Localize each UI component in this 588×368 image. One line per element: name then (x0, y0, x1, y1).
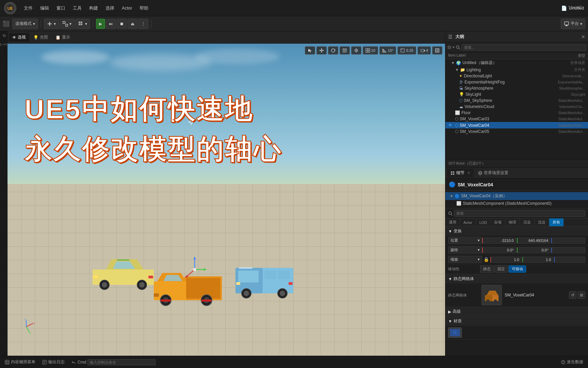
tree-item-skylight[interactable]: 💡 SkyLight SkyLight (445, 91, 588, 97)
tab-world-settings[interactable]: 世界场景设置 (474, 169, 512, 177)
tree-item-world[interactable]: ▼ 🌍 Untitled（编辑器） 世界场景 (445, 59, 588, 66)
tree-item-car04[interactable]: 👁 ⬡ SM_VoxelCar04 StaticMeshAct... (445, 122, 588, 128)
play-button[interactable]: ▶ (96, 19, 105, 29)
position-z-field[interactable] (551, 237, 585, 244)
comp-staticmesh[interactable]: ⬜ StaticMeshComponent (StaticMeshCompone… (445, 200, 588, 207)
derive-data-btn[interactable]: 派生数据 (559, 358, 585, 366)
tree-arrow-lighting[interactable]: ▼ (455, 67, 459, 72)
menu-help[interactable]: 帮助 (136, 4, 152, 13)
mesh-reset-btn[interactable]: ↺ (569, 291, 576, 299)
tab-display[interactable]: 📋 显示 (52, 33, 74, 42)
filter-icon[interactable]: ⊟ (447, 45, 451, 50)
advanced-section-header[interactable]: 高级 (445, 307, 588, 316)
scale-y-field[interactable]: 1.0 (522, 257, 554, 263)
grid-size-display[interactable]: 10 (363, 46, 378, 55)
menu-build[interactable]: 构建 (86, 4, 101, 13)
cat-tab-misc[interactable]: 杂项 (491, 218, 505, 226)
cat-tab-all[interactable]: 所有 (549, 218, 564, 226)
svg-line-90 (459, 48, 460, 49)
quick-add-button[interactable]: ▾ (44, 19, 59, 29)
angle-display[interactable]: 10° (379, 46, 396, 55)
tree-item-dirlight[interactable]: ✦ DirectionalLight DirectionalL... (445, 73, 588, 79)
menu-select[interactable]: 选择 (102, 4, 118, 13)
perspective-btn[interactable] (340, 46, 350, 55)
mobility-stationary-btn[interactable]: 固定 (494, 265, 508, 273)
menu-file[interactable]: 文件 (20, 4, 36, 13)
materials-section-header[interactable]: 材质 (445, 317, 588, 326)
maximize-btn[interactable] (432, 46, 442, 55)
viewport[interactable]: UE5中如何快速地 永久修改模型的轴心 (7, 44, 445, 356)
details-search-input[interactable] (454, 210, 585, 217)
tab-select[interactable]: 👁 选视 (9, 33, 29, 42)
cat-tab-streaming[interactable]: 流送 (535, 218, 549, 226)
menu-window[interactable]: 窗口 (53, 4, 69, 13)
rotate-tool-btn[interactable] (328, 46, 338, 55)
grid-button[interactable]: ▾ (75, 19, 90, 29)
platform-button[interactable]: 平台 ▾ (561, 19, 585, 29)
filter-arrow[interactable]: ▾ (453, 45, 454, 49)
mesh-browse-btn[interactable]: ⊞ (578, 291, 585, 299)
rotation-y-field[interactable]: 0.0° (517, 247, 551, 253)
select-tool-btn[interactable] (305, 46, 315, 55)
tab-details-close[interactable]: ✕ (467, 171, 470, 175)
outliner-search-input[interactable] (462, 44, 586, 50)
cmd-input[interactable] (87, 359, 156, 365)
cat-tab-render[interactable]: 渲染 (520, 218, 535, 226)
sidebar-icon-place[interactable]: P (1, 33, 7, 39)
tab-lighting[interactable]: 💡 光照 (30, 33, 51, 42)
menu-actor[interactable]: Actor (118, 4, 135, 12)
rotation-x-field[interactable]: 0.0° (482, 247, 516, 253)
camera-speed-display[interactable]: 4 (418, 46, 431, 55)
tree-item-car03[interactable]: ⬡ SM_VoxelCar03 StaticMeshAct... (445, 116, 588, 122)
move-tool-btn[interactable] (316, 46, 327, 55)
overlay-line2: 永久修改模型的轴心 (24, 132, 282, 168)
static-mesh-section-header[interactable]: 静态网格体 (445, 274, 588, 283)
tree-item-expfog[interactable]: 🌫 ExponentialHeightFog ExponentialHe... (445, 79, 588, 85)
tab-details[interactable]: 细节 ✕ (447, 169, 474, 177)
tree-item-volcloud[interactable]: ☁ VolumetricCloud VolumetricClo... (445, 104, 588, 110)
mobility-static-btn[interactable]: 静态 (480, 265, 494, 273)
content-browser-btn[interactable]: 内容侧滑菜单 (3, 358, 37, 366)
eye-icon[interactable]: 👁 (448, 123, 453, 128)
tree-arrow-world[interactable]: ▼ (451, 61, 455, 65)
show-btn[interactable] (351, 46, 361, 55)
car-center[interactable] (150, 263, 225, 308)
position-y-field[interactable]: 640.493164 (517, 237, 551, 244)
advanced-section: 高级 (445, 307, 588, 317)
stop-button[interactable]: ⏹ (117, 19, 127, 29)
rotation-dropdown[interactable]: 旋转 ▾ (448, 246, 482, 254)
cat-tab-common[interactable]: 通用 (445, 218, 460, 226)
rotation-z-field[interactable] (551, 247, 585, 253)
mode-dropdown-button[interactable]: 选项模式 ▾ (12, 19, 38, 29)
tree-item-floor[interactable]: ⬜ Floor StaticMeshAct... (445, 110, 588, 116)
eject-button[interactable]: ⏏ (128, 19, 137, 29)
cat-tab-lod[interactable]: LOD (476, 219, 491, 226)
menu-edit[interactable]: 编辑 (37, 4, 52, 13)
tree-item-skysphere[interactable]: ⬡ SM_SkySphere StaticMeshAct... (445, 97, 588, 104)
output-log-btn[interactable]: 输出日志 (40, 358, 67, 366)
comp-instance[interactable]: ▼ 🔵 SM_VoxelCar04（实例） (445, 192, 588, 200)
mesh-row: 静态网格体 SM_VoxelCar04 (445, 283, 588, 307)
transform-section-header[interactable]: 变换 (445, 227, 588, 236)
scale-z-field[interactable] (554, 257, 585, 263)
scale-display[interactable]: 0.25 (397, 46, 416, 55)
svg-rect-82 (437, 50, 438, 51)
snap-button[interactable]: ▾ (60, 19, 75, 29)
cat-tab-actor[interactable]: Actor (460, 219, 476, 226)
cat-tab-physics[interactable]: 物理 (505, 218, 520, 226)
tree-item-lighting[interactable]: ▼ 📁 Lighting 文件夹 (445, 66, 588, 73)
step-button[interactable]: ⏭ (106, 19, 116, 29)
position-x-field[interactable]: -3210.0 (482, 237, 516, 244)
outliner-close-button[interactable]: ✕ (581, 34, 585, 40)
sidebar-icon-actor[interactable]: ACTOR (1, 42, 7, 48)
scale-lock-icon[interactable]: 🔒 (484, 257, 489, 262)
tree-item-car05[interactable]: ⬡ SM_VoxelCar05 StaticMeshAct... (445, 128, 588, 135)
mobility-movable-btn[interactable]: 可移动 (509, 265, 526, 273)
menu-tools[interactable]: 工具 (69, 4, 85, 13)
position-dropdown[interactable]: 位置 ▾ (448, 237, 482, 244)
play-icon: ▶ (99, 21, 102, 26)
more-button[interactable]: ⋮ (138, 19, 148, 29)
scale-x-field[interactable]: 1.0 (490, 257, 522, 263)
scale-dropdown[interactable]: 缩放 ▾ (448, 256, 482, 263)
tree-item-skyatmo[interactable]: 🌤 SkyAtmosphere SkyAtmosphe... (445, 85, 588, 91)
